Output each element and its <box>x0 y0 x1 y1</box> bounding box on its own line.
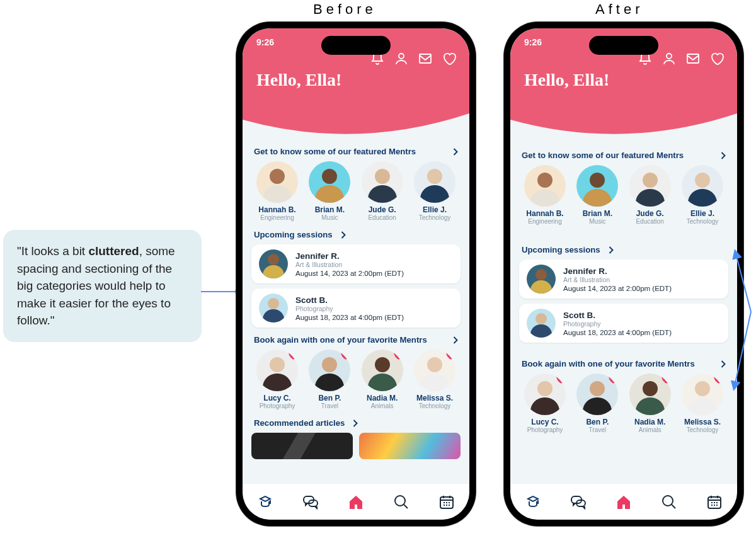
nav-search-icon[interactable] <box>392 493 410 511</box>
mentor-item[interactable]: Ellie J. Technology <box>410 161 459 221</box>
mentor-name: Nadia M. <box>367 394 398 402</box>
favorite-heart-icon <box>607 374 618 385</box>
nav-search-icon[interactable] <box>660 493 678 511</box>
heart-icon[interactable] <box>442 51 457 66</box>
featured-mentors-row[interactable]: Hannah B. Engineering Brian M. Music Jud… <box>519 165 728 229</box>
mentor-field: Engineering <box>528 218 561 225</box>
mentor-item[interactable]: Ellie J. Technology <box>678 165 727 225</box>
favorite-heart-icon <box>287 350 298 361</box>
nav-home-icon[interactable] <box>347 493 365 511</box>
svg-point-24 <box>663 496 673 506</box>
favorite-heart-icon <box>339 350 350 361</box>
favorite-heart-icon <box>660 374 671 385</box>
section-header-upcoming[interactable]: Upcoming sessions <box>519 243 728 260</box>
sessions-list: Jennifer R. Art & Illustration August 14… <box>251 244 461 328</box>
favorite-heart-icon <box>712 374 723 385</box>
articles-row[interactable] <box>251 433 461 459</box>
mentor-item[interactable]: Jude G. Education <box>358 161 407 221</box>
featured-mentors-row[interactable]: Hannah B. Engineering Brian M. Music Jud… <box>251 161 461 225</box>
mentor-field: Photography <box>527 426 563 433</box>
mentor-name: Jude G. <box>369 205 396 214</box>
mentor-name: Ben P. <box>586 418 609 426</box>
mentor-item[interactable]: Hannah B. Engineering <box>253 161 302 221</box>
session-name: Scott B. <box>563 311 672 320</box>
mentor-item[interactable]: Hannah B. Engineering <box>520 165 570 225</box>
nav-mentors-icon[interactable] <box>256 493 274 511</box>
mentor-field: Education <box>636 218 663 225</box>
avatar <box>682 165 723 207</box>
nav-mentors-icon[interactable] <box>524 493 542 511</box>
section-header-featured[interactable]: Get to know some of our featured Mentrs <box>251 144 461 161</box>
greeting-text: Hello, Ella! <box>510 66 737 99</box>
mentor-name: Lucy C. <box>263 394 290 402</box>
section-header-recommended[interactable]: Recommended articles <box>251 416 461 433</box>
mentor-field: Animals <box>371 402 394 409</box>
article-thumb[interactable] <box>251 433 353 459</box>
mentor-item[interactable]: Nadia M. Animals <box>626 374 675 433</box>
mentor-name: Hannah B. <box>258 205 295 214</box>
nav-chat-icon[interactable] <box>570 493 587 511</box>
mentor-item[interactable]: Brian M. Music <box>573 165 622 225</box>
avatar <box>527 265 556 294</box>
session-time: August 18, 2023 at 4:00pm (EDT) <box>295 314 404 321</box>
mentor-item[interactable]: Ben P. Travel <box>305 350 354 409</box>
mentor-item[interactable]: Lucy C. Photography <box>253 350 302 409</box>
mentor-item[interactable]: Brian M. Music <box>305 161 354 221</box>
mentor-item[interactable]: Nadia M. Animals <box>358 350 407 409</box>
chevron-right-icon <box>720 152 726 159</box>
section-title-featured: Get to know some of our featured Mentrs <box>522 151 684 160</box>
mentor-item[interactable]: Ben P. Travel <box>573 374 622 433</box>
section-header-book-again[interactable]: Book again with one of your favorite Men… <box>251 333 461 350</box>
avatar <box>259 249 288 278</box>
section-title-upcoming: Upcoming sessions <box>254 230 333 239</box>
session-name: Jennifer R. <box>295 251 404 261</box>
mentor-name: Jude G. <box>636 209 664 218</box>
nav-chat-icon[interactable] <box>302 493 319 511</box>
mentor-name: Brian M. <box>315 205 345 214</box>
favorite-mentors-row[interactable]: Lucy C. Photography Ben P. Travel Nadia … <box>519 374 728 437</box>
mail-icon[interactable] <box>418 51 433 66</box>
chevron-right-icon <box>720 360 726 368</box>
section-header-book-again[interactable]: Book again with one of your favorite Men… <box>519 357 728 374</box>
section-title-recommended: Recommended articles <box>254 418 345 428</box>
device-notch <box>589 36 658 55</box>
mentor-name: Ellie J. <box>423 205 447 214</box>
session-card[interactable]: Jennifer R. Art & Illustration August 14… <box>519 260 728 299</box>
user-icon[interactable] <box>394 51 409 66</box>
mentor-field: Photography <box>260 402 295 409</box>
avatar <box>576 374 618 415</box>
mentor-name: Melissa S. <box>684 418 721 426</box>
heart-icon[interactable] <box>709 51 724 66</box>
callout-pointer-line <box>201 291 239 292</box>
nav-home-icon[interactable] <box>615 493 633 511</box>
callout-text-bold: cluttered <box>88 244 139 258</box>
mentor-item[interactable]: Lucy C. Photography <box>520 374 570 433</box>
svg-line-27 <box>735 312 751 386</box>
mentor-item[interactable]: Melissa S. Technology <box>410 350 459 409</box>
feedback-callout: "It looks a bit cluttered, some spacing … <box>3 230 202 342</box>
section-title-featured: Get to know some of our featured Mentrs <box>254 147 416 156</box>
mentor-field: Technology <box>419 402 451 409</box>
section-header-upcoming[interactable]: Upcoming sessions <box>251 227 461 244</box>
mail-icon[interactable] <box>685 51 701 66</box>
mentor-item[interactable]: Jude G. Education <box>626 165 675 225</box>
nav-calendar-icon[interactable] <box>438 493 455 511</box>
session-field: Photography <box>295 305 404 312</box>
svg-point-11 <box>395 496 405 506</box>
mentor-name: Hannah B. <box>526 209 563 218</box>
avatar <box>414 161 455 203</box>
article-thumb[interactable] <box>359 433 461 459</box>
nav-calendar-icon[interactable] <box>706 493 723 511</box>
mentor-item[interactable]: Melissa S. Technology <box>678 374 727 433</box>
user-icon[interactable] <box>662 51 677 66</box>
session-card[interactable]: Scott B. Photography August 18, 2023 at … <box>519 304 728 343</box>
mentor-field: Engineering <box>260 214 294 221</box>
session-card[interactable]: Jennifer R. Art & Illustration August 14… <box>251 244 461 283</box>
section-header-featured[interactable]: Get to know some of our featured Mentrs <box>519 148 728 165</box>
favorite-heart-icon <box>392 350 403 361</box>
favorite-mentors-row[interactable]: Lucy C. Photography Ben P. Travel Nadia … <box>251 350 461 413</box>
session-card[interactable]: Scott B. Photography August 18, 2023 at … <box>251 288 461 328</box>
avatar <box>309 350 350 391</box>
avatar <box>682 374 723 415</box>
favorite-heart-icon <box>554 374 566 385</box>
